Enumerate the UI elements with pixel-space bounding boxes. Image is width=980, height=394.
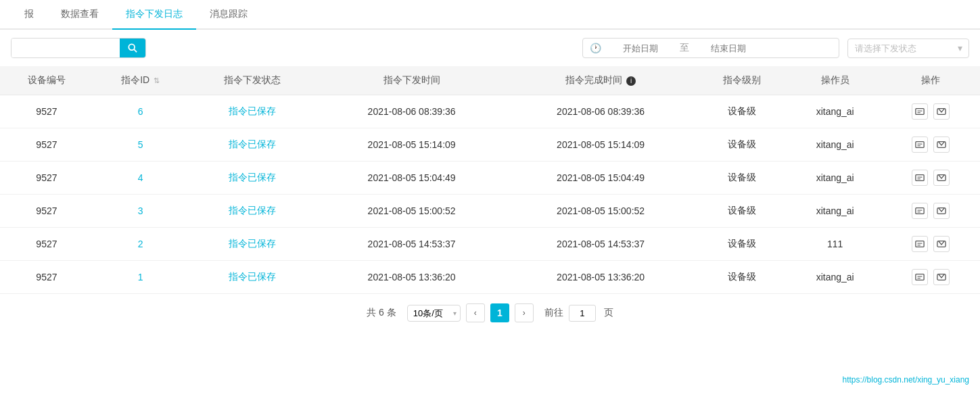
- resend-action-button[interactable]: [933, 103, 950, 120]
- resend-action-button[interactable]: [933, 269, 950, 285]
- cell-command-id: 5: [93, 128, 188, 162]
- cell-level: 设备级: [695, 228, 789, 261]
- goto-input[interactable]: [569, 305, 596, 322]
- pagination: 共 6 条 10条/页 20条/页 50条/页 ‹ 1 › 前往 页: [0, 294, 980, 332]
- cell-command-id: 1: [93, 261, 188, 294]
- view-action-button[interactable]: [912, 137, 928, 153]
- cell-complete-time: 2021-08-05 14:53:37: [506, 228, 695, 261]
- cell-complete-time: 2021-08-05 15:14:09: [506, 128, 695, 162]
- page-size-wrapper: 10条/页 20条/页 50条/页: [407, 305, 461, 322]
- table-header-row: 设备编号 指令ID ⇅ 指令下发状态 指令下发时间 指令完成时间 i 指令级别 …: [0, 66, 980, 95]
- date-separator: 至: [680, 42, 689, 54]
- command-log-table: 设备编号 指令ID ⇅ 指令下发状态 指令下发时间 指令完成时间 i 指令级别 …: [0, 66, 980, 294]
- cell-send-time: 2021-08-06 08:39:36: [317, 95, 507, 128]
- cell-device-id: 9527: [0, 195, 93, 228]
- clock-icon: 🕐: [590, 43, 601, 53]
- cell-actions: [882, 128, 980, 162]
- cell-complete-time: 2021-08-05 13:36:20: [506, 261, 695, 294]
- col-level: 指令级别: [695, 66, 789, 95]
- col-command-id: 指令ID ⇅: [93, 66, 188, 95]
- resend-action-button[interactable]: [933, 236, 950, 252]
- date-start-input[interactable]: [607, 43, 674, 53]
- search-button[interactable]: [120, 39, 145, 57]
- next-page-button[interactable]: ›: [515, 303, 534, 322]
- sort-icon: ⇅: [154, 76, 160, 84]
- tab-command-log[interactable]: 指令下发日志: [112, 0, 196, 30]
- tab-data-view[interactable]: 数据查看: [47, 0, 112, 30]
- cell-operator: 111: [789, 228, 882, 261]
- resend-action-button[interactable]: [933, 170, 950, 186]
- svg-rect-11: [916, 208, 924, 214]
- svg-rect-2: [916, 109, 924, 115]
- page-unit-label: 页: [604, 307, 613, 319]
- cell-actions: [882, 261, 980, 294]
- view-action-button[interactable]: [912, 170, 928, 186]
- cell-operator: xitang_ai: [789, 128, 882, 162]
- cell-complete-time: 2021-08-06 08:39:36: [506, 95, 695, 128]
- cell-send-status: 指令已保存: [187, 95, 317, 128]
- cell-complete-time: 2021-08-05 15:00:52: [506, 195, 695, 228]
- cell-send-status: 指令已保存: [187, 128, 317, 162]
- page-size-select[interactable]: 10条/页 20条/页 50条/页: [407, 305, 461, 322]
- cell-level: 设备级: [695, 195, 789, 228]
- search-input[interactable]: [11, 39, 120, 57]
- cell-device-id: 9527: [0, 95, 93, 128]
- view-action-button[interactable]: [912, 236, 928, 252]
- cell-command-id: 3: [93, 195, 188, 228]
- status-select[interactable]: 请选择下发状态: [847, 39, 969, 58]
- table-row: 9527 4 指令已保存 2021-08-05 15:04:49 2021-08…: [0, 162, 980, 195]
- cell-send-status: 指令已保存: [187, 261, 317, 294]
- cell-complete-time: 2021-08-05 15:04:49: [506, 162, 695, 195]
- tab-message-trace[interactable]: 消息跟踪: [196, 0, 261, 30]
- view-action-button[interactable]: [912, 103, 928, 120]
- cell-command-id: 6: [93, 95, 188, 128]
- table-container: 设备编号 指令ID ⇅ 指令下发状态 指令下发时间 指令完成时间 i 指令级别 …: [0, 66, 980, 294]
- cell-device-id: 9527: [0, 162, 93, 195]
- cell-send-time: 2021-08-05 15:14:09: [317, 128, 507, 162]
- goto-label: 前往: [544, 307, 563, 319]
- cell-device-id: 9527: [0, 228, 93, 261]
- cell-operator: xitang_ai: [789, 162, 882, 195]
- info-icon[interactable]: i: [626, 76, 636, 86]
- search-icon: [128, 43, 137, 53]
- table-row: 9527 1 指令已保存 2021-08-05 13:36:20 2021-08…: [0, 261, 980, 294]
- svg-rect-8: [916, 175, 924, 181]
- pagination-total: 共 6 条: [367, 307, 396, 319]
- cell-send-status: 指令已保存: [187, 228, 317, 261]
- toolbar: 🕐 至 请选择下发状态: [0, 30, 980, 66]
- cell-level: 设备级: [695, 261, 789, 294]
- cell-send-time: 2021-08-05 15:04:49: [317, 162, 507, 195]
- status-select-wrapper: 请选择下发状态: [847, 39, 969, 58]
- table-row: 9527 5 指令已保存 2021-08-05 15:14:09 2021-08…: [0, 128, 980, 162]
- cell-operator: xitang_ai: [789, 95, 882, 128]
- cell-operator: xitang_ai: [789, 261, 882, 294]
- tab-bar: 报 数据查看 指令下发日志 消息跟踪: [0, 0, 980, 30]
- resend-action-button[interactable]: [933, 137, 950, 153]
- current-page-button[interactable]: 1: [490, 303, 509, 322]
- svg-rect-17: [916, 274, 924, 280]
- view-action-button[interactable]: [912, 269, 928, 285]
- cell-send-time: 2021-08-05 15:00:52: [317, 195, 507, 228]
- cell-send-status: 指令已保存: [187, 195, 317, 228]
- date-end-input[interactable]: [695, 43, 762, 53]
- col-complete-time: 指令完成时间 i: [506, 66, 695, 95]
- cell-actions: [882, 195, 980, 228]
- col-operator: 操作员: [789, 66, 882, 95]
- cell-command-id: 4: [93, 162, 188, 195]
- cell-send-status: 指令已保存: [187, 162, 317, 195]
- svg-line-1: [134, 49, 137, 52]
- cell-command-id: 2: [93, 228, 188, 261]
- tab-report[interactable]: 报: [11, 0, 47, 30]
- col-send-status: 指令下发状态: [187, 66, 317, 95]
- cell-level: 设备级: [695, 128, 789, 162]
- cell-device-id: 9527: [0, 261, 93, 294]
- table-row: 9527 3 指令已保存 2021-08-05 15:00:52 2021-08…: [0, 195, 980, 228]
- cell-device-id: 9527: [0, 128, 93, 162]
- cell-actions: [882, 162, 980, 195]
- resend-action-button[interactable]: [933, 203, 950, 219]
- svg-rect-14: [916, 241, 924, 247]
- table-row: 9527 6 指令已保存 2021-08-06 08:39:36 2021-08…: [0, 95, 980, 128]
- view-action-button[interactable]: [912, 203, 928, 219]
- col-device-id: 设备编号: [0, 66, 93, 95]
- prev-page-button[interactable]: ‹: [466, 303, 485, 322]
